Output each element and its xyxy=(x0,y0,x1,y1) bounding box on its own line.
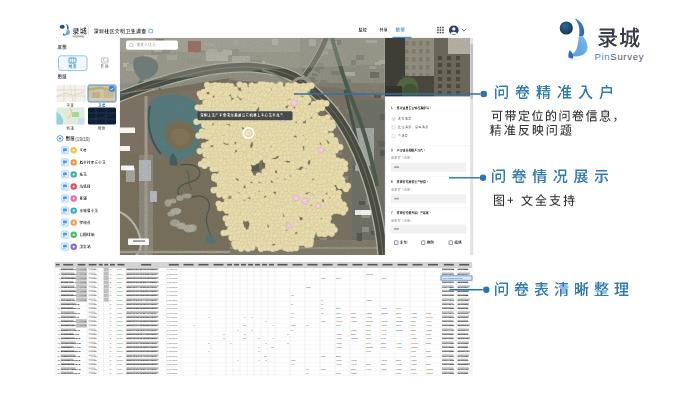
svg-text:ZhW: ZhW xyxy=(411,320,417,322)
svg-text:PuTy: PuTy xyxy=(381,337,387,339)
svg-text:2021-03-25 10:38:33+08:00: 2021-03-25 10:38:33+08:00 xyxy=(127,307,158,310)
svg-text:2021-09-13 10:20:51+08:00: 2021-09-13 10:20:51+08:00 xyxy=(127,359,158,362)
svg-text:4.43P: 4.43P xyxy=(91,342,97,344)
svg-text:44.42: 44.42 xyxy=(80,324,86,326)
svg-text:mk2: mk2 xyxy=(291,359,296,361)
svg-text:0.1879km: 0.1879km xyxy=(167,312,178,315)
svg-text:44.42: 44.42 xyxy=(80,281,86,283)
svg-text:1.9362km: 1.9362km xyxy=(167,286,178,289)
svg-text:XCvb: XCvb xyxy=(411,316,417,318)
svg-text:ZhW: ZhW xyxy=(366,333,372,335)
svg-text:22.572292: 22.572292 xyxy=(458,303,470,305)
svg-text:QwNm: QwNm xyxy=(426,372,433,374)
svg-text:eb6e80d64744FQ: eb6e80d64744FQ xyxy=(61,346,81,349)
svg-text:PuTy: PuTy xyxy=(411,355,417,357)
svg-text:4.43P: 4.43P xyxy=(91,273,97,275)
svg-text:113.95822 22.578: 113.95822 22.578 xyxy=(443,277,464,280)
svg-text:2021-12-16 10:13:18+08:00: 2021-12-16 10:13:18+08:00 xyxy=(127,277,158,280)
svg-text:PuTy: PuTy xyxy=(411,333,417,335)
svg-text:Done: Done xyxy=(117,299,123,302)
svg-text:2021-01-13 10:37:30+08:00: 2021-01-13 10:37:30+08:00 xyxy=(127,350,158,353)
svg-text:4.43P: 4.43P xyxy=(91,307,97,309)
svg-text:ZhW: ZhW xyxy=(366,342,372,344)
svg-text:Done: Done xyxy=(117,324,123,327)
svg-text:0.0588km: 0.0588km xyxy=(167,337,178,340)
svg-text:22.572971: 22.572971 xyxy=(458,329,470,331)
svg-text:HgFd: HgFd xyxy=(411,363,417,365)
svg-text:ZhW: ZhW xyxy=(336,307,342,309)
svg-text:QwNm: QwNm xyxy=(366,346,373,348)
svg-text:2021-02-18 10:55:55+08:00: 2021-02-18 10:55:55+08:00 xyxy=(127,363,158,366)
svg-text:QwNm: QwNm xyxy=(381,312,388,314)
svg-text:QwNm: QwNm xyxy=(366,273,373,275)
svg-text:4.43P: 4.43P xyxy=(91,363,97,365)
svg-text:XCvb: XCvb xyxy=(426,337,432,339)
svg-text:Wait: Wait xyxy=(117,307,122,310)
svg-text:ZhW: ZhW xyxy=(336,324,342,326)
svg-text:822f83e04e15FQ: 822f83e04e15FQ xyxy=(61,329,80,332)
svg-text:Done: Done xyxy=(117,281,123,284)
svg-text:22.572811: 22.572811 xyxy=(458,286,469,288)
svg-text:2021-12-05 10:18:19+08:00: 2021-12-05 10:18:19+08:00 xyxy=(127,303,158,306)
svg-text:XCvb: XCvb xyxy=(396,363,402,365)
svg-text:113.946821: 113.946821 xyxy=(442,286,455,288)
svg-text:ZhW: ZhW xyxy=(426,363,432,365)
svg-text:113.944793: 113.944793 xyxy=(442,329,455,331)
svg-text:2021-12-22 10:40:31+08:00: 2021-12-22 10:40:31+08:00 xyxy=(127,355,158,358)
svg-text:Wait: Wait xyxy=(117,268,122,271)
svg-text:113.943050: 113.943050 xyxy=(442,372,455,374)
svg-text:44.42: 44.42 xyxy=(80,290,86,292)
svg-text:PuTy: PuTy xyxy=(351,312,357,314)
svg-text:22.572580: 22.572580 xyxy=(458,268,470,270)
svg-text:4.43P: 4.43P xyxy=(91,286,97,288)
svg-text:HgFd: HgFd xyxy=(336,346,342,348)
svg-text:1.3079km: 1.3079km xyxy=(167,355,178,358)
svg-text:78270813b048FQ: 78270813b048FQ xyxy=(61,363,81,366)
svg-text:ZhW: ZhW xyxy=(366,363,372,365)
svg-text:QwNm: QwNm xyxy=(396,320,403,322)
svg-text:PuTy: PuTy xyxy=(381,346,387,348)
svg-text:ZhW: ZhW xyxy=(336,277,342,279)
svg-text:PuTy: PuTy xyxy=(426,312,432,314)
svg-text:22.572417: 22.572417 xyxy=(458,273,470,275)
svg-text:PuTy: PuTy xyxy=(366,324,372,326)
svg-text:22.572189: 22.572189 xyxy=(458,355,470,357)
svg-text:Done: Done xyxy=(117,320,123,323)
svg-text:HgFd: HgFd xyxy=(366,368,372,370)
svg-text:2021-12-13 10:15:32+08:00: 2021-12-13 10:15:32+08:00 xyxy=(127,337,158,340)
svg-text:eee3a2e17e23FQ: eee3a2e17e23FQ xyxy=(61,337,80,340)
svg-text:ZhW: ZhW xyxy=(426,350,432,352)
svg-text:2021-05-14 10:28:36+08:00: 2021-05-14 10:28:36+08:00 xyxy=(127,286,158,289)
svg-text:22.572408: 22.572408 xyxy=(458,337,470,339)
svg-text:22.572452: 22.572452 xyxy=(458,368,470,370)
svg-text:0.8298km: 0.8298km xyxy=(167,342,178,345)
svg-text:22.572288: 22.572288 xyxy=(458,294,470,296)
svg-text:2021-07-06 10:52:33+08:00: 2021-07-06 10:52:33+08:00 xyxy=(127,372,158,375)
svg-text:ZhW: ZhW xyxy=(351,333,357,335)
svg-text:Done: Done xyxy=(117,350,123,353)
svg-text:HgFd: HgFd xyxy=(351,329,357,331)
svg-text:113.945013: 113.945013 xyxy=(442,316,455,318)
svg-text:4.43P: 4.43P xyxy=(91,368,97,370)
svg-text:113.949802: 113.949802 xyxy=(442,368,455,370)
svg-text:mk2: mk2 xyxy=(321,355,326,357)
svg-text:ZhW: ZhW xyxy=(411,368,417,370)
svg-text:0.0145km: 0.0145km xyxy=(167,359,178,362)
svg-text:22.572517: 22.572517 xyxy=(458,333,470,335)
svg-text:4.43P: 4.43P xyxy=(91,333,97,335)
svg-text:Wait: Wait xyxy=(117,346,122,349)
svg-text:4.43P: 4.43P xyxy=(91,299,97,301)
svg-text:113.941566: 113.941566 xyxy=(442,307,455,309)
svg-text:QwNm: QwNm xyxy=(411,342,418,344)
svg-text:PinSurvey: PinSurvey xyxy=(595,51,645,62)
svg-text:QwNm: QwNm xyxy=(396,329,403,331)
svg-text:4.43P: 4.43P xyxy=(91,372,97,374)
svg-text:PuTy: PuTy xyxy=(396,372,402,374)
svg-text:QwNm: QwNm xyxy=(366,320,373,322)
svg-text:22.572805: 22.572805 xyxy=(458,363,470,365)
svg-text:4.43P: 4.43P xyxy=(91,268,97,270)
svg-text:HgFd: HgFd xyxy=(366,299,372,301)
svg-text:HgFd: HgFd xyxy=(366,312,372,314)
svg-text:113.947269: 113.947269 xyxy=(442,294,455,296)
svg-text:mk2: mk2 xyxy=(306,286,311,288)
